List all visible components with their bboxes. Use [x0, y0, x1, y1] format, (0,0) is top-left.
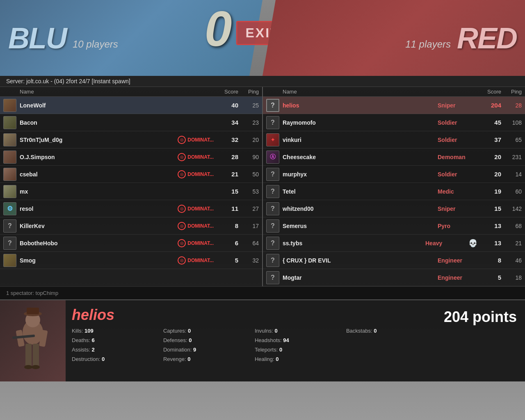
avatar — [3, 133, 16, 146]
selected-player-points: 204 points — [436, 300, 525, 381]
avatar: ? — [266, 254, 279, 267]
table-row[interactable]: ✦ vinkuri Soldier 37 65 — [263, 131, 525, 148]
avatar — [3, 99, 16, 112]
avatar: ? — [266, 99, 279, 112]
red-team-section: Name Score Ping ? helios Sniper 204 28 ?… — [263, 87, 525, 286]
selected-player-stats: helios Kills: 109 Captures: 0 Invulns: 0… — [66, 300, 436, 381]
avatar: ? — [3, 219, 16, 233]
table-row[interactable]: Smog ◎ DOMINAT... 5 32 — [0, 252, 262, 269]
svg-point-10 — [32, 365, 40, 369]
avatar: ? — [266, 271, 279, 284]
table-row[interactable]: ? whitzend00 Sniper 15 142 — [263, 200, 525, 217]
stats-grid: Kills: 109 Captures: 0 Invulns: 0 Backst… — [72, 328, 429, 362]
domination-icon: ◎ — [178, 170, 186, 178]
spectator-info: 1 spectator: topChimp — [6, 290, 58, 296]
avatar — [3, 151, 16, 164]
healing-label: Healing: 0 — [255, 356, 338, 362]
blu-column-header: Name Score Ping — [0, 87, 262, 97]
domination-badge: ◎ DOMINAT... — [178, 153, 214, 161]
captures-label: Captures: 0 — [163, 328, 247, 334]
table-row[interactable]: LoneWolf 40 25 — [0, 97, 262, 114]
svg-rect-7 — [25, 344, 32, 366]
domination-badge: ◎ DOMINAT... — [178, 256, 214, 265]
domination-badge: ◎ DOMINAT... — [178, 222, 214, 230]
player-portrait — [0, 300, 66, 381]
domination-badge: ◎ DOMINAT... — [178, 205, 214, 213]
avatar: ? — [266, 116, 279, 129]
domination-icon: ◎ — [178, 205, 186, 213]
svg-rect-3 — [27, 308, 39, 314]
revenge-label: Revenge: 0 — [163, 356, 247, 362]
red-player-count: 11 players — [405, 39, 451, 50]
avatar: ✦ — [266, 133, 279, 146]
headshots-label: Headshots: 94 — [255, 337, 338, 343]
table-row[interactable]: csebal ◎ DOMINAT... 21 50 — [0, 166, 262, 183]
scoreboard-header: BLU 10 players 0 EXIT 0 11 players RED — [0, 0, 525, 76]
spectator-area: 1 spectator: topChimp — [0, 286, 525, 299]
table-row[interactable]: ? BobotheHobo ◎ DOMINAT... 6 64 — [0, 235, 262, 252]
selected-player-name: helios — [72, 306, 429, 324]
table-row[interactable]: ? KillerKev ◎ DOMINAT... 8 17 — [0, 217, 262, 235]
avatar — [3, 116, 16, 129]
table-row[interactable]: O.J.Simpson ◎ DOMINAT... 28 90 — [0, 148, 262, 166]
deaths-label: Deaths: 6 — [72, 337, 155, 343]
domination-label: Domination: 9 — [163, 347, 247, 353]
empty-stat2 — [346, 347, 429, 353]
red-header: 11 players RED — [262, 0, 525, 76]
domination-icon: ◎ — [178, 136, 186, 144]
selected-player-panel: helios Kills: 109 Captures: 0 Invulns: 0… — [0, 299, 525, 381]
table-row[interactable]: ? ss.tybs Heavy 💀 13 21 — [263, 235, 525, 252]
red-team-label: RED — [457, 21, 517, 55]
table-row[interactable]: STr0nT¦uM_d0g ◎ DOMINAT... 32 20 — [0, 131, 262, 148]
table-row[interactable]: Bacon 34 23 — [0, 114, 262, 131]
avatar: ⚙ — [3, 202, 16, 215]
avatar — [3, 168, 16, 181]
avatar: ? — [266, 168, 279, 181]
table-row[interactable]: ? Raymomofo Soldier 45 108 — [263, 114, 525, 131]
blu-score: 0 — [205, 4, 232, 53]
red-column-header: Name Score Ping — [263, 87, 525, 97]
main-scoreboard: Name Score Ping LoneWolf 40 25 Bacon 34 … — [0, 87, 525, 286]
table-row[interactable]: ? { CRUX } DR EVIL Engineer 8 46 — [263, 252, 525, 269]
defenses-label: Defenses: 0 — [163, 337, 247, 343]
domination-badge: ◎ DOMINAT... — [178, 136, 214, 144]
table-row[interactable]: Ⓐ Cheesecake Demoman 20 231 — [263, 148, 525, 166]
table-row[interactable]: ? Semerus Pyro 13 68 — [263, 217, 525, 235]
blu-player-count: 10 players — [73, 39, 118, 50]
backstabs-label: Backstabs: 0 — [346, 328, 429, 334]
svg-point-9 — [24, 365, 32, 369]
assists-label: Assists: 2 — [72, 347, 155, 353]
table-row[interactable]: ? helios Sniper 204 28 — [263, 97, 525, 114]
skull-icon: 💀 — [468, 239, 477, 248]
empty-stat — [346, 337, 429, 343]
domination-icon: ◎ — [178, 239, 186, 247]
table-row[interactable]: ? Mogtar Engineer 5 18 — [263, 269, 525, 286]
domination-badge: ◎ DOMINAT... — [178, 239, 214, 247]
table-row[interactable]: ? murphyx Soldier 20 14 — [263, 166, 525, 183]
domination-icon: ◎ — [178, 153, 186, 161]
avatar: ? — [266, 237, 279, 250]
domination-badge: ◎ DOMINAT... — [178, 170, 214, 178]
avatar: Ⓐ — [266, 151, 279, 164]
avatar: ? — [266, 185, 279, 198]
avatar: ? — [3, 237, 16, 250]
teleports-label: Teleports: 0 — [255, 347, 338, 353]
blu-team-section: Name Score Ping LoneWolf 40 25 Bacon 34 … — [0, 87, 262, 286]
destruction-label: Destruction: 0 — [72, 356, 155, 362]
avatar: ? — [266, 202, 279, 215]
blu-team-label: BLU — [8, 21, 66, 55]
invulns-label: Invulns: 0 — [255, 328, 338, 334]
kills-label: Kills: 109 — [72, 328, 155, 334]
table-row[interactable]: mx 15 53 — [0, 183, 262, 200]
table-row[interactable]: ⚙ resol ◎ DOMINAT... 11 27 — [0, 200, 262, 217]
avatar — [3, 185, 16, 198]
domination-icon: ◎ — [178, 222, 186, 230]
avatar — [3, 254, 16, 267]
server-info: Server: jolt.co.uk - (04) 2fort 24/7 [In… — [0, 76, 525, 87]
svg-rect-8 — [33, 344, 39, 366]
avatar: ? — [266, 219, 279, 233]
table-row[interactable]: ? Tetel Medic 19 60 — [263, 183, 525, 200]
domination-icon: ◎ — [178, 256, 186, 265]
